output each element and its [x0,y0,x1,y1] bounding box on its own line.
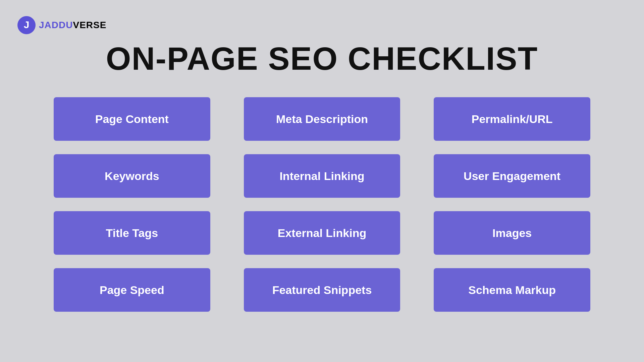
checklist-item-permalink-url[interactable]: Permalink/URL [434,97,590,141]
checklist-item-title-tags[interactable]: Title Tags [54,211,210,255]
checklist-item-keywords[interactable]: Keywords [54,154,210,198]
checklist-item-label: Schema Markup [468,284,556,297]
svg-text:J: J [24,19,30,30]
checklist-item-meta-description[interactable]: Meta Description [244,97,400,141]
checklist-item-schema-markup[interactable]: Schema Markup [434,268,590,312]
logo-verse: VERSE [73,20,106,30]
checklist-item-label: Keywords [105,170,159,183]
logo-text: JADDUVERSE [39,20,106,31]
checklist-item-label: Title Tags [106,227,158,240]
checklist-item-page-speed[interactable]: Page Speed [54,268,210,312]
checklist-grid: Page ContentMeta DescriptionPermalink/UR… [54,97,590,312]
checklist-item-label: Images [492,227,532,240]
checklist-item-label: User Engagement [464,170,560,183]
checklist-item-label: Page Speed [100,284,164,297]
checklist-item-label: Page Content [95,113,169,126]
page-title: ON-PAGE SEO CHECKLIST [0,40,644,77]
checklist-item-label: Meta Description [276,113,368,126]
checklist-item-external-linking[interactable]: External Linking [244,211,400,255]
logo-jaddu: JADDU [39,20,73,30]
logo-area: J JADDUVERSE [17,16,106,34]
checklist-item-user-engagement[interactable]: User Engagement [434,154,590,198]
checklist-item-featured-snippets[interactable]: Featured Snippets [244,268,400,312]
checklist-item-label: Permalink/URL [472,113,553,126]
page-wrapper: J JADDUVERSE ON-PAGE SEO CHECKLIST Page … [0,0,644,362]
logo-icon: J [17,16,36,34]
checklist-item-label: Featured Snippets [272,284,372,297]
checklist-item-label: External Linking [278,227,367,240]
checklist-item-images[interactable]: Images [434,211,590,255]
checklist-item-page-content[interactable]: Page Content [54,97,210,141]
checklist-item-internal-linking[interactable]: Internal Linking [244,154,400,198]
checklist-item-label: Internal Linking [279,170,364,183]
